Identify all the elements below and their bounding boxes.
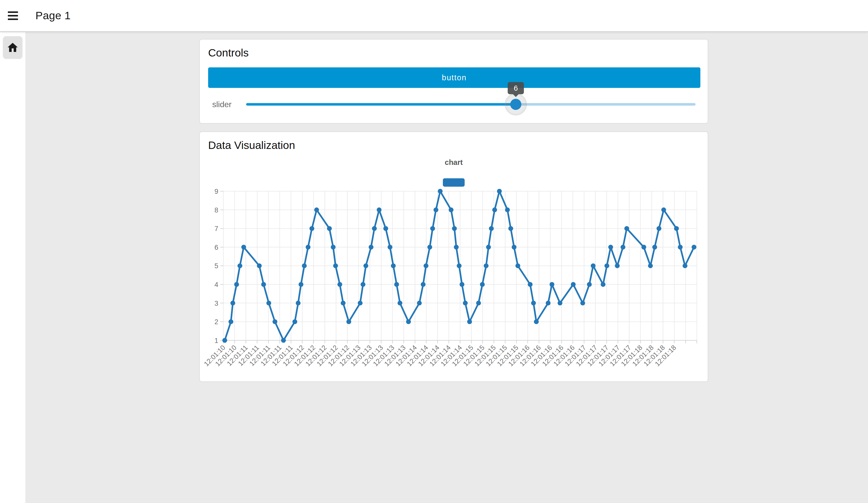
top-bar: Page 1 [0, 0, 868, 32]
slider-track[interactable] [246, 103, 695, 106]
svg-text:4: 4 [215, 281, 218, 288]
svg-text:3: 3 [215, 300, 218, 307]
chart-legend [200, 178, 708, 187]
home-icon [7, 41, 19, 53]
chart-title: chart [200, 158, 708, 167]
line-chart: 12345678912:01:1012:01:1012:01:1112:01:1… [200, 188, 709, 382]
slider-value-tooltip: 6 [508, 82, 524, 94]
page-title: Page 1 [35, 9, 71, 22]
svg-text:5: 5 [215, 262, 218, 270]
svg-text:7: 7 [215, 225, 218, 233]
slider-value: 6 [514, 84, 518, 92]
action-button[interactable]: button [208, 68, 700, 88]
home-button[interactable] [3, 36, 22, 59]
svg-text:1: 1 [215, 337, 218, 345]
svg-text:9: 9 [215, 188, 218, 195]
slider-label: slider [212, 100, 242, 109]
slider: 6 [246, 85, 695, 126]
controls-card: Controls button slider 6 [199, 39, 708, 124]
svg-text:8: 8 [215, 206, 218, 214]
hamburger-icon [8, 11, 18, 13]
slider-fill [246, 103, 516, 106]
slider-handle[interactable] [510, 99, 521, 110]
svg-text:2: 2 [215, 318, 218, 326]
controls-card-title: Controls [208, 47, 249, 59]
data-visualization-title: Data Visualization [208, 139, 295, 152]
hamburger-menu-button[interactable] [2, 5, 24, 27]
svg-text:6: 6 [215, 244, 218, 251]
legend-swatch[interactable] [443, 178, 465, 187]
sidebar [0, 32, 25, 503]
data-visualization-card: Data Visualization chart 12345678912:01:… [199, 132, 708, 382]
